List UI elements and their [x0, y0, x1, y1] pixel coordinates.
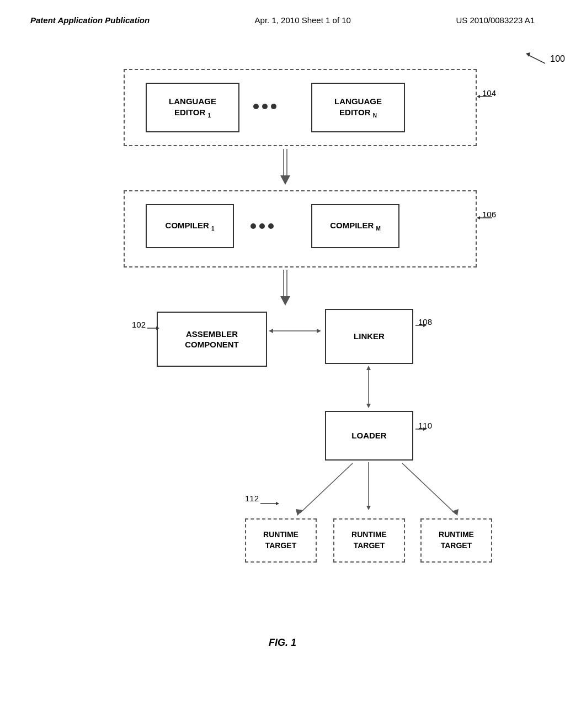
arrow-loader-runtime3: [399, 461, 471, 521]
compiler-1-box: COMPILER 1: [146, 204, 234, 248]
linker-box: LINKER: [325, 309, 413, 364]
ref-102-arrow-icon: [147, 324, 161, 332]
runtime-target-3-label: RUNTIMETARGET: [422, 529, 491, 551]
dot-2: [262, 104, 268, 109]
svg-marker-6: [280, 175, 290, 185]
lang-editor-1-label: LANGUAGEEDITOR 1: [169, 96, 216, 119]
ref-100-arrow-icon: [526, 52, 548, 66]
cdot-2: [259, 223, 265, 229]
header-patent-number: US 2010/0083223 A1: [456, 15, 535, 25]
lang-editor-n-box: LANGUAGEEDITOR N: [311, 83, 405, 132]
ref-110-arrow-icon: [415, 425, 428, 433]
svg-marker-15: [269, 329, 273, 333]
svg-marker-23: [423, 427, 427, 431]
cdot-1: [250, 223, 256, 229]
svg-marker-25: [296, 509, 303, 516]
runtime-target-2-label: RUNTIMETARGET: [334, 529, 404, 551]
ref-102-label: 102: [132, 320, 146, 329]
assembler-box: ASSEMBLERCOMPONENT: [157, 312, 267, 367]
header-publication-label: Patent Application Publication: [30, 15, 150, 25]
runtime-target-3-box: RUNTIMETARGET: [420, 518, 492, 563]
assembler-label: ASSEMBLERCOMPONENT: [185, 329, 239, 350]
compiler-m-box: COMPILER M: [311, 204, 399, 248]
loader-label: LOADER: [351, 430, 386, 441]
lang-editors-dots: [253, 104, 276, 109]
cdot-3: [268, 223, 274, 229]
ref-106-arrow-icon: [477, 214, 493, 222]
arrow-assembler-linker: [269, 325, 324, 336]
runtime-target-1-box: RUNTIMETARGET: [245, 518, 317, 563]
runtime-target-2-box: RUNTIMETARGET: [333, 518, 405, 563]
header-date-sheet: Apr. 1, 2010 Sheet 1 of 10: [255, 15, 351, 25]
ref-104-arrow-icon: [477, 93, 493, 100]
svg-marker-16: [317, 329, 321, 333]
svg-marker-1: [526, 52, 530, 57]
ref-112-label: 112: [245, 494, 259, 503]
page: Patent Application Publication Apr. 1, 2…: [0, 0, 565, 728]
arrow-compilers-to-assembler: [273, 270, 306, 308]
runtime-target-1-label: RUNTIMETARGET: [246, 529, 316, 551]
svg-marker-11: [280, 296, 290, 306]
svg-line-28: [402, 463, 455, 513]
linker-label: LINKER: [354, 331, 385, 342]
svg-marker-27: [366, 506, 371, 510]
svg-marker-18: [423, 324, 427, 327]
ref-108-arrow-icon: [415, 322, 428, 329]
svg-marker-29: [452, 509, 459, 516]
svg-marker-8: [477, 216, 480, 220]
svg-marker-13: [156, 326, 159, 330]
page-header: Patent Application Publication Apr. 1, 2…: [0, 0, 565, 25]
arrow-editors-to-compilers: [273, 149, 306, 188]
ref-100-label: 100: [550, 54, 565, 64]
compilers-dots: [250, 223, 274, 229]
svg-marker-3: [477, 95, 480, 98]
diagram: 100 104 LANGUAGEEDITOR 1 LANGUAGEEDITOR …: [90, 47, 565, 626]
dot-3: [271, 104, 276, 109]
arrow-loader-runtime1: [284, 461, 355, 521]
compiler-1-label: COMPILER 1: [166, 220, 215, 232]
svg-marker-20: [366, 366, 371, 370]
svg-marker-31: [276, 502, 279, 505]
svg-marker-21: [366, 404, 371, 408]
ref-112-arrow-icon: [260, 498, 282, 509]
dot-1: [253, 104, 259, 109]
lang-editor-1-box: LANGUAGEEDITOR 1: [146, 83, 239, 132]
svg-line-0: [529, 55, 545, 63]
figure-caption: FIG. 1: [0, 637, 565, 649]
arrow-loader-runtime2: [363, 462, 374, 515]
svg-line-24: [300, 463, 353, 513]
arrow-linker-loader: [363, 366, 374, 410]
loader-box: LOADER: [325, 411, 413, 461]
lang-editor-n-label: LANGUAGEEDITOR N: [334, 96, 382, 119]
compiler-m-label: COMPILER M: [330, 220, 381, 232]
figure-caption-text: FIG. 1: [269, 637, 296, 648]
